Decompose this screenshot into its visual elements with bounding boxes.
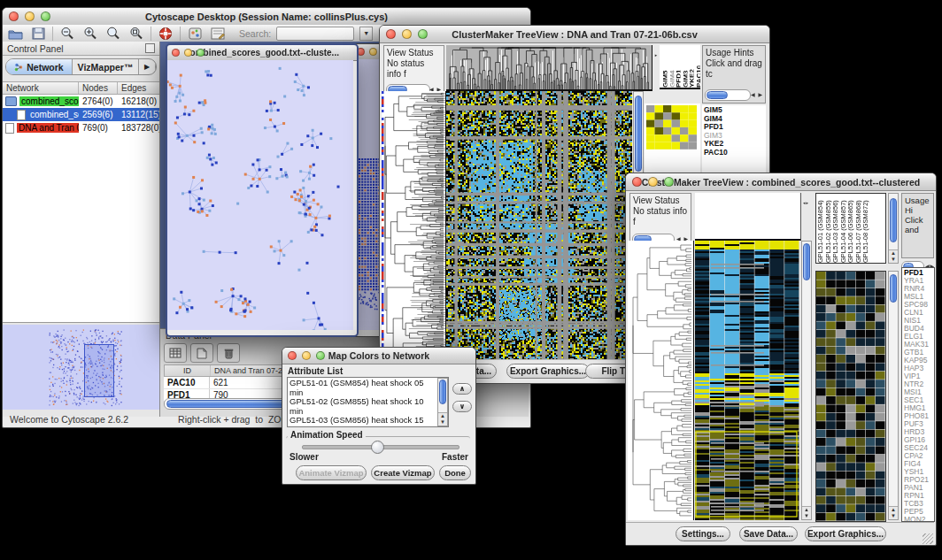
- minimize-button[interactable]: [25, 12, 35, 21]
- folder-icon: [5, 96, 17, 106]
- tv1-hints-scrollbar[interactable]: [705, 89, 751, 101]
- scroll-arrows[interactable]: ▲▼: [889, 249, 898, 263]
- data-col-id[interactable]: ID: [165, 365, 211, 376]
- list-item[interactable]: GPL51-03 (GSM856) heat shock 15 min: [290, 416, 437, 427]
- search-dropdown-button[interactable]: ▼: [359, 27, 373, 41]
- down-arrow-icon: ∨: [459, 403, 466, 410]
- view-status-line1: View Status: [387, 48, 441, 58]
- tv2-save-data-button[interactable]: Save Data...: [739, 526, 798, 541]
- tv2-splitter-arrows[interactable]: ◂▸: [803, 200, 809, 205]
- float-panel-icon[interactable]: [145, 43, 155, 53]
- minimize-button[interactable]: [184, 49, 192, 57]
- create-vizmap-button[interactable]: Create Vizmap: [371, 465, 435, 480]
- tv2-row-dendrogram[interactable]: [628, 241, 694, 520]
- zoom-button[interactable]: [41, 12, 50, 21]
- tv1-column-dendrogram[interactable]: [446, 45, 652, 91]
- zoom-out-icon[interactable]: [58, 26, 76, 41]
- scroll-arrows[interactable]: ▲▼: [802, 506, 811, 519]
- main-titlebar[interactable]: Cytoscape Desktop (Session Name: collins…: [3, 8, 530, 26]
- annotation-icon[interactable]: [186, 26, 204, 41]
- attribute-down-button[interactable]: ∨: [452, 401, 472, 412]
- tab-vizmapper[interactable]: VizMapper™: [73, 59, 139, 74]
- open-folder-icon[interactable]: [6, 26, 24, 41]
- form-icon[interactable]: [209, 26, 227, 41]
- minimize-button[interactable]: [369, 48, 377, 56]
- zoom-button[interactable]: [664, 177, 674, 187]
- attribute-list-vscrollbar[interactable]: ▲▼: [437, 378, 448, 426]
- button-label: Export Graphics...: [510, 366, 586, 376]
- status-welcome: Welcome to Cytoscape 2.6.2: [10, 414, 128, 425]
- close-button[interactable]: [172, 49, 180, 57]
- treeview2-window: ClusterMaker TreeView : combined_scores_…: [625, 173, 937, 546]
- scroll-arrows[interactable]: ◀ ▶: [751, 89, 763, 100]
- tv2-button-bar: Settings... Save Data... Export Graphics…: [626, 522, 934, 545]
- save-icon[interactable]: [29, 26, 47, 41]
- zoom-in-icon[interactable]: [81, 26, 99, 41]
- tab-network[interactable]: Network: [6, 59, 73, 74]
- tv2-heatmap-vscrollbar[interactable]: ▲▼: [801, 241, 812, 520]
- birdseye-view[interactable]: [3, 325, 159, 410]
- speed-slider-thumb[interactable]: [371, 441, 384, 454]
- col-edges[interactable]: Edges: [118, 82, 159, 94]
- col-nodes[interactable]: Nodes: [79, 82, 118, 94]
- zoom-button[interactable]: [316, 351, 325, 360]
- view-status-line2: No status info f: [633, 206, 688, 227]
- new-document-icon[interactable]: [190, 343, 213, 363]
- control-panel-header: Control Panel: [3, 42, 159, 56]
- tv1-export-graphics-button[interactable]: Export Graphics...: [506, 364, 590, 379]
- tv2-export-graphics-button[interactable]: Export Graphics...: [805, 526, 886, 541]
- resize-grip[interactable]: [923, 533, 933, 544]
- minimize-button[interactable]: [402, 29, 412, 39]
- network-table-row[interactable]: DNA and Tran 07769(0)183728(0): [3, 121, 159, 134]
- toolbar-separator: [180, 27, 181, 41]
- tv2-heatmap[interactable]: [695, 241, 799, 520]
- close-button[interactable]: [288, 351, 297, 360]
- attribute-up-button[interactable]: ∧: [452, 383, 472, 395]
- minimize-button[interactable]: [648, 177, 658, 187]
- button-label: Save Data...: [744, 529, 793, 539]
- zoom-selected-icon[interactable]: [104, 26, 122, 41]
- nodes-count: 2764(0): [79, 96, 118, 106]
- zoom-button[interactable]: [418, 29, 428, 39]
- close-button[interactable]: [632, 177, 642, 187]
- help-lifering-icon[interactable]: [157, 26, 174, 41]
- up-arrow-icon: ∧: [459, 385, 466, 393]
- list-item[interactable]: GPL51-02 (GSM855) heat shock 10 min: [290, 397, 437, 416]
- edges-count: 13112(15): [118, 110, 159, 119]
- status-zoom-hint: Right-click + drag to ZOOM: [178, 414, 296, 425]
- close-button[interactable]: [9, 12, 19, 21]
- col-network[interactable]: Network: [3, 82, 79, 94]
- tv1-row-dendrogram[interactable]: [382, 91, 446, 359]
- treeview2-titlebar[interactable]: ClusterMaker TreeView : combined_scores_…: [626, 173, 936, 191]
- tv1-splitter-arrows[interactable]: ▸: [653, 52, 659, 58]
- treeview1-title: ClusterMaker TreeView : DNA and Tran 07-…: [380, 29, 769, 40]
- tabs-overflow-button[interactable]: ▶: [139, 59, 156, 74]
- scroll-arrows[interactable]: ▲▼: [889, 506, 898, 519]
- scroll-arrows[interactable]: ▲▼: [438, 412, 447, 426]
- attribute-list[interactable]: GPL51-01 (GSM854) heat shock 05 minGPL51…: [287, 377, 449, 427]
- tab-vizmapper-label: VizMapper™: [78, 62, 134, 73]
- tv1-heatmap[interactable]: [446, 91, 632, 359]
- dialog-titlebar[interactable]: Map Colors to Network: [282, 348, 475, 364]
- network1-canvas[interactable]: [167, 60, 353, 330]
- tv2-settings-button[interactable]: Settings...: [676, 526, 730, 541]
- minimize-button[interactable]: [302, 351, 311, 360]
- network-table-row[interactable]: combined_sco2569(6)13112(15): [3, 108, 159, 121]
- network-table-row[interactable]: combined_scores2764(0)16218(0): [3, 95, 159, 108]
- tv2-collabel-vscrollbar[interactable]: ▲▼: [888, 193, 899, 264]
- animate-vizmap-button[interactable]: Animate Vizmap: [296, 465, 367, 480]
- search-input[interactable]: [276, 27, 354, 41]
- file-icon: [5, 123, 14, 134]
- network1-titlebar[interactable]: combined_scores_good.txt--cluste...: [167, 45, 357, 61]
- zoom-button[interactable]: [197, 49, 205, 57]
- trash-icon[interactable]: [217, 343, 240, 363]
- done-button[interactable]: Done: [439, 465, 471, 480]
- tv2-zoom-vscrollbar[interactable]: ▲▼: [888, 271, 899, 520]
- close-button[interactable]: [386, 29, 396, 39]
- treeview1-titlebar[interactable]: ClusterMaker TreeView : DNA and Tran 07-…: [380, 26, 769, 43]
- zoom-fit-icon[interactable]: [127, 26, 145, 41]
- list-item[interactable]: GPL51-01 (GSM854) heat shock 05 min: [290, 379, 437, 397]
- table-grid-icon[interactable]: [164, 343, 187, 363]
- tv2-zoom-heatmap[interactable]: [815, 271, 886, 522]
- network-tree-empty-area: [3, 134, 159, 323]
